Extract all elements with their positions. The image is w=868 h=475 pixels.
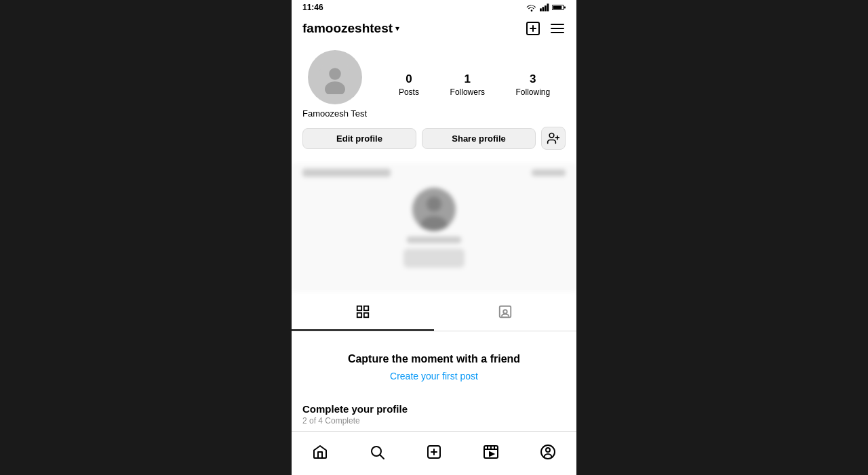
complete-profile-section: Complete your profile 2 of 4 Complete — [292, 392, 576, 431]
posts-count: 0 — [406, 73, 412, 86]
suggested-avatar — [412, 188, 456, 231]
following-label: Following — [516, 87, 551, 97]
edit-profile-button[interactable]: Edit profile — [302, 128, 416, 149]
profile-tabs — [292, 297, 576, 331]
svg-rect-25 — [364, 313, 368, 317]
followers-stat[interactable]: 1 Followers — [450, 73, 485, 97]
complete-profile-title: Complete your profile — [302, 403, 566, 415]
posts-label: Posts — [399, 87, 419, 97]
battery-icon — [552, 3, 566, 12]
svg-rect-24 — [357, 313, 361, 317]
svg-rect-3 — [547, 4, 549, 12]
tab-tagged[interactable] — [434, 297, 576, 331]
svg-rect-22 — [357, 306, 361, 310]
following-count: 3 — [530, 73, 536, 86]
add-friend-button[interactable] — [541, 127, 566, 150]
suggested-header — [292, 169, 576, 182]
empty-state-title: Capture the moment with a friend — [348, 353, 520, 365]
status-icons — [526, 3, 566, 12]
suggested-name — [407, 236, 461, 243]
username-row[interactable]: famoozeshtest ▾ — [302, 21, 399, 36]
status-time: 11:46 — [302, 3, 323, 12]
plus-square-icon — [525, 20, 541, 37]
nav-home[interactable] — [305, 437, 335, 467]
svg-point-20 — [427, 197, 441, 211]
posts-stat[interactable]: 0 Posts — [399, 73, 419, 97]
empty-state: Capture the moment with a friend Create … — [292, 331, 576, 392]
suggested-see-all — [532, 169, 566, 176]
username-label: famoozeshtest — [302, 21, 393, 36]
suggested-section — [292, 163, 576, 292]
add-person-icon — [547, 131, 560, 145]
following-stat[interactable]: 3 Following — [516, 73, 551, 97]
avatar-placeholder-icon — [318, 60, 352, 94]
svg-rect-1 — [542, 7, 545, 11]
svg-rect-2 — [545, 5, 547, 11]
avatar-container: Famoozesh Test — [302, 50, 367, 119]
menu-button[interactable] — [549, 20, 566, 37]
right-panel — [576, 0, 868, 475]
nav-profile[interactable] — [533, 437, 563, 467]
chevron-down-icon: ▾ — [395, 24, 399, 33]
followers-count: 1 — [464, 73, 470, 86]
svg-point-14 — [329, 68, 341, 81]
followers-label: Followers — [450, 87, 485, 97]
svg-rect-23 — [364, 306, 368, 310]
svg-rect-0 — [540, 9, 542, 12]
tag-person-icon — [498, 304, 513, 323]
display-name: Famoozesh Test — [302, 108, 367, 119]
action-buttons: Edit profile Share profile — [302, 127, 566, 150]
profile-top: Famoozesh Test 0 Posts 1 Followers 3 Fol… — [302, 50, 566, 119]
status-bar: 11:46 — [292, 0, 576, 15]
wifi-icon — [526, 3, 537, 12]
suggested-card — [292, 182, 576, 273]
nav-search[interactable] — [362, 437, 392, 467]
create-first-post-link[interactable]: Create your first post — [390, 371, 478, 381]
complete-profile-subtitle: 2 of 4 Complete — [302, 416, 566, 426]
nav-add[interactable] — [419, 437, 449, 467]
tab-grid[interactable] — [292, 297, 434, 331]
add-post-button[interactable] — [525, 20, 541, 37]
suggested-title — [302, 169, 391, 177]
add-icon — [426, 444, 442, 460]
profile-header: famoozeshtest ▾ — [292, 15, 576, 42]
phone-screen: 11:46 famoozeshtest ▾ — [292, 0, 576, 475]
profile-section: Famoozesh Test 0 Posts 1 Followers 3 Fol… — [292, 42, 576, 163]
left-panel — [0, 0, 292, 475]
home-icon — [312, 444, 328, 460]
bottom-nav — [292, 431, 576, 475]
profile-nav-icon — [540, 444, 556, 460]
signal-icon — [540, 3, 549, 12]
svg-marker-37 — [490, 452, 494, 456]
hamburger-icon — [549, 20, 566, 37]
suggested-follow-button — [403, 249, 465, 268]
grid-icon — [355, 304, 370, 323]
svg-point-39 — [546, 448, 550, 452]
nav-reels[interactable] — [476, 437, 506, 467]
header-actions — [525, 20, 566, 37]
svg-rect-6 — [564, 7, 566, 9]
svg-rect-5 — [553, 6, 561, 9]
svg-line-28 — [380, 455, 384, 459]
avatar[interactable] — [308, 50, 362, 104]
stats-row: 0 Posts 1 Followers 3 Following — [383, 73, 566, 97]
svg-point-16 — [549, 133, 554, 138]
reels-icon — [483, 444, 499, 460]
share-profile-button[interactable]: Share profile — [422, 128, 536, 149]
search-icon — [369, 444, 385, 460]
